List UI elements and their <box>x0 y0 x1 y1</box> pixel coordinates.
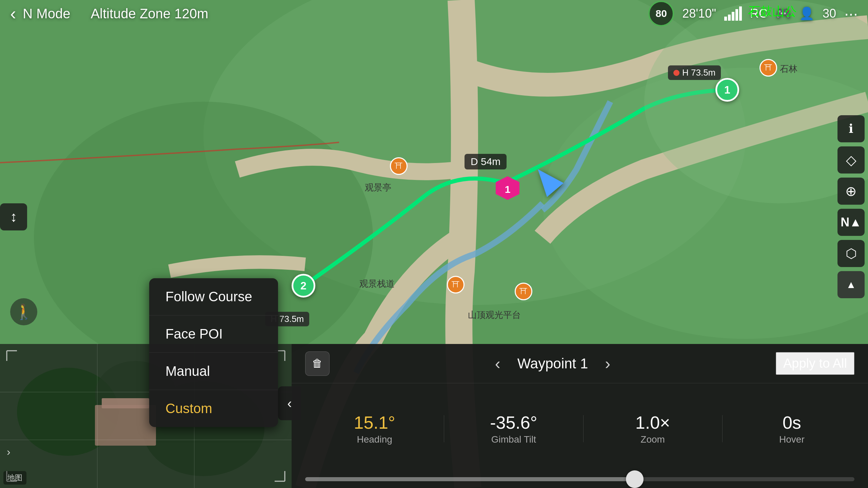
bottom-panel: 🗑 ‹ Waypoint 1 › Apply to All 15.1° Head… <box>292 344 868 488</box>
altitude-zone-label: Altitude Zone 120m <box>91 6 208 21</box>
flight-mode-label: N Mode <box>23 6 70 21</box>
poi-shanding-label: 山顶观光平台 <box>468 309 521 321</box>
gimbal-param: -35.6° Gimbal Tilt <box>444 409 583 448</box>
waypoint-nav-center: ‹ Waypoint 1 › <box>492 351 614 376</box>
heading-slider[interactable] <box>305 477 854 481</box>
compass-button[interactable]: ⊕ <box>837 178 865 205</box>
map-type-button[interactable]: ⬡ <box>837 240 865 267</box>
zoom-label: Zoom <box>640 434 665 445</box>
poi-guanjingting-icon: ⛩ <box>390 157 408 175</box>
waypoint-nav-row: 🗑 ‹ Waypoint 1 › Apply to All <box>292 344 868 383</box>
params-row: 15.1° Heading -35.6° Gimbal Tilt 1.0× Zo… <box>292 383 868 474</box>
gimbal-value: -35.6° <box>490 412 537 433</box>
slider-fill <box>305 477 635 481</box>
north-button[interactable]: N▲ <box>837 209 865 236</box>
delete-button[interactable]: 🗑 <box>305 351 330 376</box>
expand-button[interactable]: ▲ <box>837 271 865 298</box>
distance-label: D 54m <box>465 154 507 169</box>
waypoint-title: Waypoint 1 <box>517 355 588 372</box>
right-buttons-panel: ℹ ◇ ⊕ N▲ ⬡ ▲ <box>837 115 868 298</box>
waypoint-1-green[interactable]: 1 <box>715 78 739 102</box>
follow-course-option[interactable]: Follow Course <box>149 278 278 316</box>
zoom-value: 1.0× <box>635 412 670 433</box>
signal-strength <box>724 6 742 21</box>
slider-thumb[interactable] <box>626 470 644 488</box>
svg-rect-10 <box>102 398 149 408</box>
person-icon-wrapper: 🚶 <box>10 298 37 325</box>
heading-value: 15.1° <box>354 412 395 433</box>
chinese-text-header: 石鼓山公 <box>745 0 800 23</box>
battery-level: 30 <box>823 6 836 21</box>
face-poi-option[interactable]: Face POI <box>149 316 278 353</box>
poi-shanding-icon: ⛩ <box>515 283 532 300</box>
layers-button[interactable]: ◇ <box>837 146 865 174</box>
waypoint-2-green[interactable]: 2 <box>292 274 315 298</box>
camera-expand-arrow[interactable]: › <box>7 446 11 458</box>
zoom-param: 1.0× Zoom <box>584 409 722 448</box>
custom-option[interactable]: Custom <box>149 390 278 427</box>
route-edit-button[interactable]: ↕ <box>0 203 27 230</box>
apply-to-all-button[interactable]: Apply to All <box>776 352 854 375</box>
heading-label: Heading <box>357 434 392 445</box>
flight-timer: 28'10" <box>682 6 716 21</box>
prev-waypoint-button[interactable]: ‹ <box>492 351 504 376</box>
poi-shilin-icon: ⛩ <box>760 59 777 77</box>
battery-person-icon: 👤 <box>799 6 814 21</box>
heading-slider-row <box>292 474 868 488</box>
poi-guanjingzhandao-icon: ⛩ <box>447 276 465 293</box>
heading-param: 15.1° Heading <box>305 409 444 448</box>
manual-option[interactable]: Manual <box>149 353 278 390</box>
speed-indicator: 80 <box>648 1 674 26</box>
hover-param: 0s Hover <box>723 409 861 448</box>
next-waypoint-button[interactable]: › <box>601 351 614 376</box>
more-button[interactable]: ··· <box>844 4 858 23</box>
hover-label: Hover <box>779 434 805 445</box>
waypoint-1-height-label: H 73.5m <box>668 65 721 80</box>
poi-guanjingzhandao-label: 观景栈道 <box>359 278 395 290</box>
info-button[interactable]: ℹ <box>837 115 865 142</box>
left-arrows-button[interactable]: ‹ <box>278 386 301 420</box>
left-panel: ↕ <box>0 203 27 235</box>
heading-mode-dropdown: Follow Course Face POI Manual Custom <box>149 278 278 427</box>
person-icon: 🚶 <box>10 298 37 325</box>
gimbal-label: Gimbal Tilt <box>491 434 536 445</box>
back-button[interactable]: ‹ <box>10 3 16 24</box>
red-dot-indicator <box>673 70 679 76</box>
poi-shilin-label: 石林 <box>780 63 797 75</box>
map-mini-label: 地图 <box>3 471 26 485</box>
svg-rect-9 <box>95 405 156 446</box>
hover-value: 0s <box>783 412 801 433</box>
poi-guanjingting-label: 观景亭 <box>365 182 391 194</box>
